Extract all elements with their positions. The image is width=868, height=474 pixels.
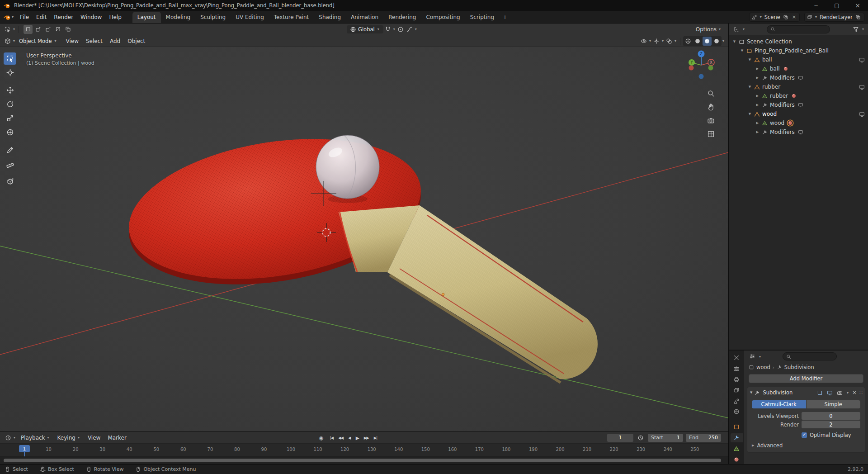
close-button[interactable]: × (847, 0, 868, 11)
expand-arrow-icon[interactable]: ▶ (755, 94, 760, 98)
outliner-row-rubber[interactable]: ▼ rubber (729, 82, 868, 91)
simple-button[interactable]: Simple (807, 400, 861, 408)
prev-keyframe-button[interactable]: ◀◀ (336, 434, 345, 441)
filter-button[interactable] (851, 25, 860, 34)
play-button[interactable]: ▶ (354, 434, 361, 442)
outliner-row-modifiers[interactable]: ▶ Modifiers (729, 73, 868, 82)
blender-menu-icon[interactable] (4, 14, 11, 21)
realtime-display-toggle[interactable] (826, 388, 834, 397)
editor-type-button[interactable] (3, 37, 12, 46)
outliner-row-ping-pong-paddle-and-ball[interactable]: ▼ Ping_Pong_Paddle_and_Ball (729, 46, 868, 55)
tab-rendering[interactable]: Rendering (383, 12, 421, 23)
modifier-extras-dropdown[interactable]: ▾ (847, 391, 849, 395)
proportional-falloff-dropdown[interactable] (405, 25, 414, 34)
scene-selector[interactable]: ▾ Scene × (749, 13, 800, 22)
unlink-scene-button[interactable]: × (791, 14, 797, 20)
modifier-close-button[interactable]: × (851, 389, 858, 396)
select-mode-invert[interactable] (53, 25, 62, 34)
mode-dropdown[interactable]: Object Mode ▾ (16, 37, 60, 45)
transform-orientation-dropdown[interactable]: Global ▾ (347, 25, 383, 33)
expand-arrow-icon[interactable]: ▶ (755, 130, 760, 134)
scrollbar-thumb[interactable] (4, 459, 721, 462)
properties-tab-object[interactable] (731, 422, 743, 432)
outliner-row-ball[interactable]: ▶ ball (729, 64, 868, 73)
playhead[interactable]: 1 (19, 445, 30, 452)
properties-tab-modifiers[interactable] (731, 433, 743, 443)
modifier-field-levels-viewport[interactable]: 0 (802, 412, 860, 420)
properties-tab-view-layer[interactable] (731, 385, 743, 395)
properties-editor-button[interactable] (748, 352, 757, 361)
breadcrumb-modifier[interactable]: Subdivision (784, 364, 814, 370)
outliner-row-ball[interactable]: ▼ ball (729, 55, 868, 64)
outliner-row-wood[interactable]: ▶ wood (729, 118, 868, 128)
timeline-scrollbar[interactable] (0, 456, 728, 464)
tool-move[interactable] (4, 84, 16, 96)
outliner-row-modifiers[interactable]: ▶ Modifiers (729, 100, 868, 109)
proportional-edit-button[interactable] (396, 25, 405, 34)
tool-measure[interactable] (4, 158, 16, 170)
render-display-toggle[interactable] (836, 388, 844, 397)
menu-file[interactable]: File (16, 13, 33, 21)
properties-tab-scene[interactable] (731, 396, 743, 406)
monitor-small-icon[interactable] (798, 102, 803, 108)
outliner-search-input[interactable] (767, 25, 830, 33)
add-workspace-button[interactable]: + (499, 12, 511, 23)
select-mode-intersect[interactable] (63, 25, 72, 34)
tab-animation[interactable]: Animation (346, 12, 383, 23)
select-mode-extend[interactable] (33, 25, 42, 34)
monitor-small-icon[interactable] (798, 129, 803, 135)
timeline-menu-playback[interactable]: Playback▾ (17, 434, 54, 442)
maximize-button[interactable]: ▢ (826, 0, 847, 11)
outliner-row-wood[interactable]: ▼ wood (729, 109, 868, 118)
timeline-ruler[interactable]: 1 10203040506070809010011012013014015016… (0, 444, 728, 456)
next-keyframe-button[interactable]: ▶▶ (362, 434, 371, 441)
timeline-menu-view[interactable]: View (84, 434, 104, 442)
jump-end-button[interactable]: ▶| (372, 434, 379, 441)
tab-compositing[interactable]: Compositing (421, 12, 465, 23)
expand-arrow-icon[interactable]: ▶ (755, 67, 760, 71)
tool-cursor[interactable] (4, 66, 16, 79)
current-frame-field[interactable]: 1 (607, 434, 633, 442)
timeline-editor-button[interactable] (4, 433, 13, 442)
visibility-dropdown[interactable] (639, 37, 648, 46)
tool-select-box[interactable] (4, 52, 16, 65)
expand-arrow-icon[interactable]: ▶ (755, 103, 760, 107)
tool-rotate[interactable] (4, 98, 16, 110)
tab-scripting[interactable]: Scripting (465, 12, 499, 23)
outliner-editor-button[interactable] (732, 25, 741, 34)
collapse-arrow-icon[interactable]: ▼ (747, 58, 753, 62)
play-reverse-button[interactable]: ◀ (346, 434, 353, 441)
catmull-clark-button[interactable]: Catmull-Clark (752, 400, 806, 408)
modifier-name-field[interactable]: Subdivision (763, 389, 793, 396)
collapse-arrow-icon[interactable]: ▼ (750, 391, 752, 394)
timeline-menu-keying[interactable]: Keying▾ (54, 434, 84, 442)
tool-transform[interactable] (4, 126, 16, 138)
tab-sculpting[interactable]: Sculpting (195, 12, 231, 23)
properties-tab-world[interactable] (731, 407, 743, 417)
modifier-header[interactable]: ▼ Subdivision ▾ × ∷ (747, 387, 865, 398)
jump-start-button[interactable]: |◀ (328, 434, 335, 441)
properties-search-input[interactable] (783, 352, 837, 360)
viewport-canvas[interactable]: User Perspective (1) Scene Collection | … (0, 47, 728, 431)
properties-tab-data[interactable] (731, 444, 743, 453)
shading-material[interactable] (703, 37, 712, 46)
preview-range-button[interactable] (636, 433, 645, 442)
minimize-button[interactable]: ─ (806, 0, 826, 11)
new-scene-button[interactable] (782, 14, 789, 20)
expand-arrow-icon[interactable]: ▶ (755, 121, 760, 125)
properties-tab-tool[interactable] (731, 353, 743, 363)
outliner-row-rubber[interactable]: ▶ rubber (729, 91, 868, 100)
snap-toggle-button[interactable] (383, 25, 392, 34)
advanced-section[interactable]: ▶ Advanced (752, 442, 860, 449)
collapse-arrow-icon[interactable]: ▼ (739, 49, 745, 52)
optimal-display-checkbox[interactable] (802, 432, 807, 438)
viewport-menu-view[interactable]: View (62, 37, 82, 45)
end-frame-field[interactable]: End250 (686, 434, 721, 442)
gizmo-y-neg[interactable] (708, 66, 713, 71)
hand-icon[interactable] (707, 103, 715, 111)
collapse-arrow-icon[interactable]: ▼ (747, 112, 753, 116)
shading-wireframe[interactable] (684, 37, 693, 46)
grid-icon[interactable] (707, 130, 715, 138)
menu-render[interactable]: Render (50, 13, 77, 21)
viewport-scene[interactable] (0, 47, 728, 431)
